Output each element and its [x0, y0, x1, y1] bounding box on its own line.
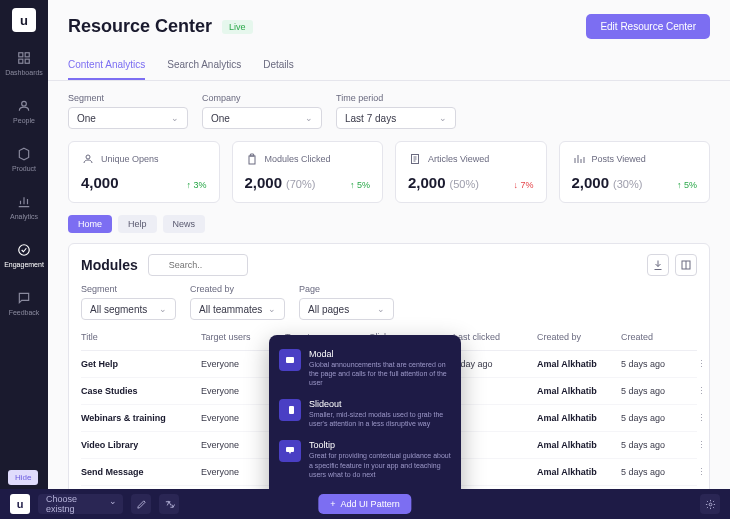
chevron-down-icon: ⌄ [268, 304, 276, 314]
sub-creator-select[interactable]: All teammates⌄ [190, 298, 285, 320]
chip-home[interactable]: Home [68, 215, 112, 233]
tabs: Content Analytics Search Analytics Detai… [48, 51, 730, 81]
row-menu-button[interactable]: ⋮ [691, 467, 711, 477]
column-header[interactable]: Title [81, 332, 201, 342]
columns-button[interactable] [675, 254, 697, 276]
stat-name: Modules Clicked [265, 154, 331, 164]
sub-segment-select[interactable]: All segments⌄ [81, 298, 176, 320]
feedback-icon [16, 290, 32, 306]
tab-details[interactable]: Details [263, 51, 294, 80]
settings-button[interactable] [700, 494, 720, 514]
cell-title: Webinars & training [81, 413, 201, 423]
cell-title: Video Library [81, 440, 201, 450]
column-header[interactable]: Created by [537, 332, 621, 342]
cell-title: Send Message [81, 467, 201, 477]
cell-created-by: Amal Alkhatib [537, 413, 621, 423]
nav-product[interactable]: Product [12, 142, 36, 176]
sub-creator-label: Created by [190, 284, 285, 294]
chips: Home Help News [48, 203, 730, 243]
stat-icon [245, 152, 259, 166]
edit-pattern-button[interactable] [131, 494, 151, 514]
sub-page-select[interactable]: All pages⌄ [299, 298, 394, 320]
stats: Unique Opens4,000↑ 3%Modules Clicked2,00… [48, 141, 730, 203]
download-button[interactable] [647, 254, 669, 276]
stat-delta: ↑ 5% [350, 180, 370, 190]
stat-percent: (70%) [286, 178, 315, 190]
chip-news[interactable]: News [163, 215, 206, 233]
nav-dashboards[interactable]: Dashboards [5, 46, 43, 80]
status-badge: Live [222, 20, 253, 34]
svg-rect-7 [249, 156, 255, 164]
translate-icon [164, 499, 175, 510]
table-icon [680, 259, 692, 271]
filters: SegmentOne⌄ CompanyOne⌄ Time periodLast … [48, 81, 730, 141]
analytics-icon [16, 194, 32, 210]
hide-button[interactable]: Hide [8, 470, 38, 485]
tab-search-analytics[interactable]: Search Analytics [167, 51, 241, 80]
cell-created: 5 days ago [621, 467, 691, 477]
people-icon [16, 98, 32, 114]
popup-title: Tooltip [309, 440, 451, 450]
add-pattern-button[interactable]: +Add UI Pattern [318, 494, 411, 514]
cell-created: 5 days ago [621, 440, 691, 450]
bottombar-logo[interactable]: u [10, 494, 30, 514]
cell-created-by: Amal Alkhatib [537, 440, 621, 450]
chevron-down-icon: ⌄ [159, 304, 167, 314]
popup-item[interactable]: TooltipGreat for providing contextual gu… [269, 434, 461, 484]
stat-value: 2,000 [572, 174, 610, 191]
popup-item[interactable]: SlideoutSmaller, mid-sized modals used t… [269, 393, 461, 434]
bottombar: u Choose existng +Add UI Pattern [0, 489, 730, 519]
plus-icon: + [330, 499, 335, 509]
stat-delta: ↑ 5% [677, 180, 697, 190]
popup-item[interactable]: ModalGlobal announcements that are cente… [269, 343, 461, 393]
row-menu-button[interactable]: ⋮ [691, 440, 711, 450]
cell-title: Get Help [81, 359, 201, 369]
translate-button[interactable] [159, 494, 179, 514]
nav-engagement[interactable]: Engagement [4, 238, 44, 272]
stat-value: 4,000 [81, 174, 119, 191]
period-label: Time period [336, 93, 456, 103]
popup-desc: Great for providing contextual guidance … [309, 451, 451, 478]
sub-segment-label: Segment [81, 284, 176, 294]
sidebar: u Dashboards People Product Analytics En… [0, 0, 48, 519]
search-input[interactable] [148, 254, 248, 276]
company-select[interactable]: One⌄ [202, 107, 322, 129]
popup-icon [279, 399, 301, 421]
period-select[interactable]: Last 7 days⌄ [336, 107, 456, 129]
stat-percent: (50%) [450, 178, 479, 190]
column-header[interactable]: Last clicked [453, 332, 537, 342]
choose-existing-select[interactable]: Choose existng [38, 494, 123, 514]
chip-help[interactable]: Help [118, 215, 157, 233]
popup-title: Modal [309, 349, 451, 359]
cell-title: Case Studies [81, 386, 201, 396]
svg-point-4 [22, 101, 27, 106]
row-menu-button[interactable]: ⋮ [691, 413, 711, 423]
nav-analytics[interactable]: Analytics [10, 190, 38, 224]
stat-icon [408, 152, 422, 166]
chevron-down-icon: ⌄ [171, 113, 179, 123]
cell-last-clicked: 1 day ago [453, 359, 537, 369]
logo[interactable]: u [12, 8, 36, 32]
column-header[interactable]: Created [621, 332, 691, 342]
row-menu-button[interactable]: ⋮ [691, 359, 711, 369]
tab-content-analytics[interactable]: Content Analytics [68, 51, 145, 80]
svg-rect-2 [19, 59, 23, 63]
row-menu-button[interactable]: ⋮ [691, 386, 711, 396]
segment-select[interactable]: One⌄ [68, 107, 188, 129]
svg-rect-12 [289, 406, 294, 414]
stat-name: Unique Opens [101, 154, 159, 164]
popup-desc: Smaller, mid-sized modals used to grab t… [309, 410, 451, 428]
edit-button[interactable]: Edit Resource Center [586, 14, 710, 39]
company-label: Company [202, 93, 322, 103]
nav-feedback[interactable]: Feedback [9, 286, 40, 320]
nav-people[interactable]: People [13, 94, 35, 128]
stat-icon [572, 152, 586, 166]
svg-rect-3 [25, 59, 29, 63]
stat-card: Modules Clicked2,000(70%)↑ 5% [232, 141, 384, 203]
svg-rect-11 [286, 357, 294, 363]
stat-card: Articles Viewed2,000(50%)↓ 7% [395, 141, 547, 203]
popup-desc: Global announcements that are centered o… [309, 360, 451, 387]
stat-value: 2,000 [245, 174, 283, 191]
cell-created-by: Amal Alkhatib [537, 467, 621, 477]
download-icon [652, 259, 664, 271]
